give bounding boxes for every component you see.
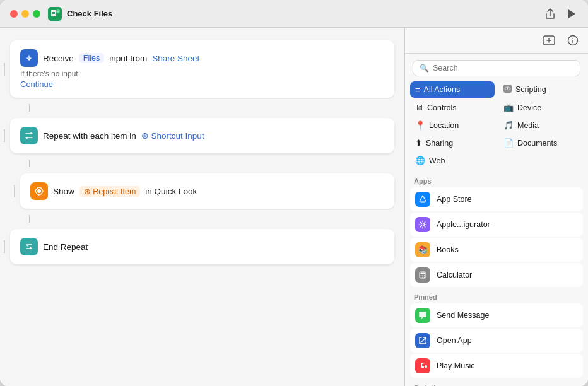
appstore-label: App Store	[437, 195, 472, 204]
show-item-tag[interactable]: ⊛ Repeat Item	[79, 186, 141, 197]
tab-scripting[interactable]: Scripting	[498, 81, 583, 98]
end-repeat-label: End Repeat	[43, 242, 88, 252]
svg-rect-2	[52, 12, 55, 13]
repeat-card-icon	[20, 127, 38, 144]
actions-panel: 🔍 ≡ All Actions Scripting	[405, 28, 588, 386]
calculator-label: Calculator	[437, 271, 472, 279]
add-shortcut-button[interactable]	[541, 33, 556, 48]
share-button[interactable]	[544, 8, 556, 20]
apps-section-header: Apps	[414, 177, 579, 185]
show-card[interactable]: Show ⊛ Repeat Item in Quick Look	[20, 173, 394, 209]
end-repeat-icon	[20, 238, 38, 255]
receive-source-tag[interactable]: Share Sheet	[152, 54, 199, 63]
books-icon: 📚	[415, 242, 430, 257]
playmusic-icon	[415, 358, 430, 373]
playmusic-label: Play Music	[437, 361, 474, 370]
tab-sharing-label: Sharing	[426, 139, 453, 148]
connector-1	[29, 104, 30, 112]
action-sendmessage[interactable]: Send Message	[410, 303, 583, 327]
appstore-icon	[415, 192, 430, 207]
svg-rect-14	[421, 273, 425, 274]
actions-list: Apps App Store	[405, 171, 588, 386]
tab-sharing[interactable]: ⬆ Sharing	[410, 135, 495, 151]
receive-card-icon	[20, 49, 38, 67]
tab-documents-label: Documents	[517, 139, 557, 148]
info-button[interactable]	[565, 33, 580, 48]
receive-card[interactable]: Receive Files input from Share Sheet If …	[10, 40, 394, 98]
configurator-label: Apple...igurator	[437, 220, 490, 229]
tab-location[interactable]: 📍 Location	[410, 117, 495, 133]
openapp-label: Open App	[437, 336, 472, 345]
scripting-icon	[503, 85, 512, 95]
maximize-button[interactable]	[33, 10, 40, 18]
action-configurator[interactable]: Apple...igurator	[410, 213, 583, 237]
panel-top-buttons	[405, 28, 588, 54]
svg-point-7	[37, 189, 41, 193]
svg-point-18	[421, 277, 422, 278]
run-button[interactable]	[565, 8, 578, 20]
main-content: Receive Files input from Share Sheet If …	[0, 28, 588, 386]
tab-device-label: Device	[517, 103, 541, 112]
receive-continue-link[interactable]: Continue	[20, 79, 384, 89]
action-openapp[interactable]: Open App	[410, 329, 583, 353]
tab-documents[interactable]: 📄 Documents	[498, 135, 583, 151]
sendmessage-label: Send Message	[437, 311, 489, 320]
tab-controls[interactable]: 🖥 Controls	[410, 100, 495, 115]
show-quicklook-label: in Quick Look	[145, 187, 197, 196]
openapp-icon	[415, 333, 430, 348]
tab-web-label: Web	[429, 156, 445, 165]
action-calculator[interactable]: Calculator	[410, 263, 583, 287]
svg-point-10	[572, 38, 573, 39]
connector-2	[29, 160, 30, 167]
documents-icon: 📄	[503, 138, 514, 148]
titlebar-action-buttons	[544, 8, 578, 20]
svg-point-16	[422, 275, 423, 276]
all-actions-icon: ≡	[415, 85, 420, 95]
sharing-icon: ⬆	[415, 138, 422, 148]
svg-point-12	[421, 223, 425, 226]
category-tabs: ≡ All Actions Scripting 🖥 Controls	[405, 81, 588, 171]
search-input[interactable]	[433, 64, 573, 73]
traffic-lights	[10, 10, 40, 18]
repeat-input-tag[interactable]: ⊛ Shortcut Input	[141, 131, 204, 141]
action-books[interactable]: 📚 Books	[410, 238, 583, 262]
web-icon: 🌐	[415, 156, 425, 165]
receive-sub-label: If there's no input:	[20, 69, 384, 78]
tab-media-label: Media	[517, 121, 539, 130]
svg-point-17	[424, 275, 425, 276]
app-icon	[48, 7, 62, 21]
calculator-icon	[415, 267, 430, 283]
search-icon: 🔍	[420, 64, 429, 73]
minimize-button[interactable]	[21, 10, 29, 18]
receive-label: Receive	[43, 54, 74, 63]
repeat-card[interactable]: Repeat with each item in ⊛ Shortcut Inpu…	[10, 118, 394, 153]
svg-rect-4	[52, 15, 54, 15]
show-card-icon	[30, 182, 48, 200]
tab-device[interactable]: 📺 Device	[498, 100, 583, 115]
tab-media[interactable]: 🎵 Media	[498, 117, 583, 133]
end-repeat-card[interactable]: End Repeat	[10, 229, 394, 264]
svg-point-15	[421, 275, 422, 276]
action-appstore[interactable]: App Store	[410, 187, 583, 211]
pinned-section-header: Pinned	[414, 293, 579, 301]
search-bar[interactable]: 🔍	[413, 60, 580, 76]
app-window: Check Files	[0, 0, 588, 386]
controls-icon: 🖥	[415, 103, 423, 112]
device-icon: 📺	[503, 103, 514, 112]
workflow-panel: Receive Files input from Share Sheet If …	[0, 28, 405, 386]
tab-all-actions[interactable]: ≡ All Actions	[410, 81, 495, 98]
tab-location-label: Location	[429, 121, 459, 130]
location-icon: 📍	[415, 120, 425, 130]
window-title: Check Files	[67, 9, 544, 18]
tab-web[interactable]: 🌐 Web	[410, 153, 495, 168]
receive-input-from: input from	[109, 54, 147, 63]
receive-files-tag[interactable]: Files	[79, 53, 104, 63]
svg-point-20	[424, 277, 425, 278]
titlebar: Check Files	[0, 0, 588, 28]
connector-3	[29, 215, 30, 223]
tab-scripting-label: Scripting	[515, 85, 546, 94]
svg-rect-3	[52, 13, 55, 14]
action-playmusic[interactable]: Play Music	[410, 354, 583, 378]
close-button[interactable]	[10, 10, 18, 18]
configurator-icon	[415, 217, 430, 232]
